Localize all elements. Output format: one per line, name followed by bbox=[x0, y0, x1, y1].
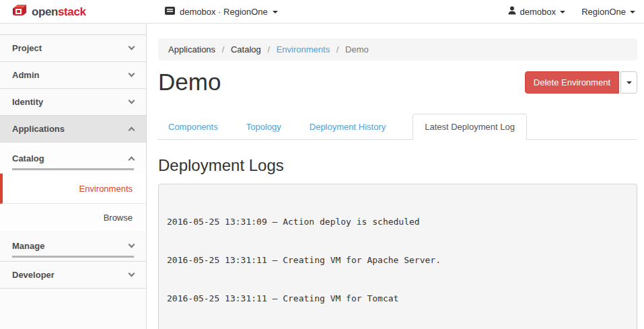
sidebar-item-developer[interactable]: Developer bbox=[0, 262, 146, 289]
chevron-down-icon bbox=[129, 44, 135, 50]
main-content: Applications / Catalog / Environments / … bbox=[147, 24, 644, 329]
deployment-log-output: 2016-05-25 13:31:09 — Action deploy is s… bbox=[158, 184, 637, 329]
sidebar-item-label: Developer bbox=[12, 270, 55, 280]
sidebar-item-browse[interactable]: Browse bbox=[0, 204, 146, 231]
tab-components[interactable]: Components bbox=[167, 114, 219, 139]
delete-environment-button[interactable]: Delete Environment bbox=[525, 71, 619, 94]
breadcrumb-separator: / bbox=[336, 44, 339, 54]
caret-down-icon bbox=[273, 11, 278, 13]
sidebar-item-label: Identity bbox=[12, 97, 43, 107]
log-text: 2016-05-25 13:31:11 — Creating VM for To… bbox=[167, 293, 398, 303]
region-menu-label: RegionOne bbox=[581, 7, 626, 17]
tab-topology[interactable]: Topology bbox=[245, 114, 283, 139]
tab-deployment-history[interactable]: Deployment History bbox=[308, 114, 387, 139]
region-menu[interactable]: RegionOne bbox=[581, 0, 635, 23]
page-header: Demo Delete Environment bbox=[158, 69, 637, 96]
group-underline bbox=[12, 168, 134, 170]
log-text: 2016-05-25 13:31:11 — Creating VM for Ap… bbox=[167, 255, 441, 265]
sidebar-item-label: Browse bbox=[104, 213, 133, 223]
log-line: 2016-05-25 13:31:09 — Action deploy is s… bbox=[167, 215, 629, 228]
breadcrumb-catalog: Catalog bbox=[231, 44, 261, 54]
chevron-up-icon bbox=[129, 127, 135, 134]
sidebar-item-label: Admin bbox=[12, 70, 39, 80]
caret-down-icon bbox=[560, 11, 565, 13]
sidebar-item-label: Project bbox=[12, 43, 42, 53]
user-menu[interactable]: demobox bbox=[508, 0, 565, 23]
project-card-icon bbox=[165, 7, 175, 17]
breadcrumb-applications: Applications bbox=[168, 44, 215, 54]
sidebar-item-label: Environments bbox=[79, 184, 133, 194]
log-line: 2016-05-25 13:31:11 — Creating VM for To… bbox=[167, 292, 629, 305]
sidebar-group-catalog[interactable]: Catalog bbox=[0, 143, 146, 174]
tab-latest-deployment-log[interactable]: Latest Deployment Log bbox=[413, 114, 527, 140]
sidebar-item-identity[interactable]: Identity bbox=[0, 89, 146, 116]
sidebar-nav: Project Admin Identity Applications Cata… bbox=[0, 24, 147, 329]
page-title: Demo bbox=[158, 69, 221, 96]
person-icon bbox=[508, 6, 516, 17]
log-line: 2016-05-25 13:31:11 — Creating VM for Ap… bbox=[167, 254, 629, 266]
sidebar-item-label: Catalog bbox=[12, 153, 44, 163]
chevron-down-icon bbox=[129, 98, 135, 104]
project-region-label: demobox · RegionOne bbox=[180, 7, 268, 17]
breadcrumb-environments-link[interactable]: Environments bbox=[277, 44, 330, 54]
group-underline bbox=[12, 256, 134, 258]
breadcrumb-separator: / bbox=[267, 44, 270, 54]
chevron-down-icon bbox=[129, 71, 135, 77]
chevron-down-icon bbox=[129, 270, 135, 277]
chevron-up-icon bbox=[129, 156, 135, 163]
caret-down-icon bbox=[630, 11, 635, 13]
delete-environment-dropdown-toggle[interactable] bbox=[620, 71, 637, 94]
sidebar-item-project[interactable]: Project bbox=[0, 35, 146, 62]
sidebar-item-label: Applications bbox=[12, 124, 65, 134]
project-region-switcher[interactable]: demobox · RegionOne bbox=[165, 0, 278, 23]
user-menu-label: demobox bbox=[520, 7, 556, 17]
chevron-down-icon bbox=[129, 242, 135, 248]
openstack-cube-icon bbox=[12, 3, 27, 20]
sidebar-spacer bbox=[0, 24, 146, 35]
breadcrumb: Applications / Catalog / Environments / … bbox=[158, 38, 637, 61]
sidebar-item-admin[interactable]: Admin bbox=[0, 62, 146, 89]
tab-bar: Components Topology Deployment History L… bbox=[158, 114, 637, 140]
log-text: 2016-05-25 13:31:09 — Action deploy is s… bbox=[167, 217, 420, 227]
sidebar-item-label: Manage bbox=[12, 241, 44, 251]
breadcrumb-separator: / bbox=[222, 44, 225, 54]
delete-environment-button-group: Delete Environment bbox=[525, 71, 637, 94]
deployment-logs-heading: Deployment Logs bbox=[158, 156, 637, 175]
logo-wordmark: openstack bbox=[32, 5, 86, 19]
openstack-logo[interactable]: openstack bbox=[12, 3, 86, 20]
sidebar-group-manage[interactable]: Manage bbox=[0, 231, 146, 262]
top-navbar: openstack demobox · RegionOne demobox Re… bbox=[0, 0, 644, 24]
sidebar-item-applications[interactable]: Applications bbox=[0, 116, 146, 143]
breadcrumb-current: Demo bbox=[345, 44, 369, 54]
caret-down-icon bbox=[627, 81, 632, 84]
sidebar-item-environments[interactable]: Environments bbox=[0, 174, 146, 204]
